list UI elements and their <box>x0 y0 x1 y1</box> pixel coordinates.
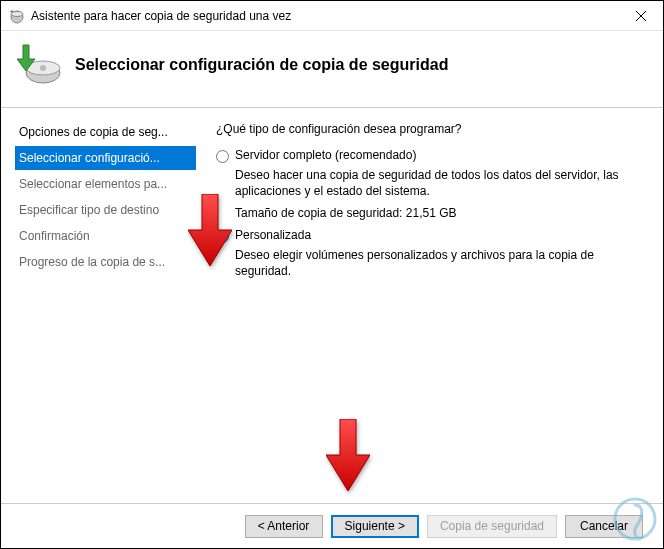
option-full-server[interactable]: Servidor completo (recomendado) <box>216 148 633 163</box>
main-panel: ¿Qué tipo de configuración desea program… <box>196 108 663 493</box>
next-button[interactable]: Siguiente > <box>331 515 419 538</box>
wizard-header: Seleccionar configuración de copia de se… <box>1 31 663 108</box>
step-progress: Progreso de la copia de s... <box>15 250 196 274</box>
option-full-label: Servidor completo (recomendado) <box>235 148 416 162</box>
step-options[interactable]: Opciones de copia de seg... <box>15 120 196 144</box>
step-select-items: Seleccionar elementos pa... <box>15 172 196 196</box>
radio-custom[interactable] <box>216 230 229 243</box>
back-button[interactable]: < Anterior <box>245 515 323 538</box>
steps-sidebar: Opciones de copia de seg... Seleccionar … <box>1 108 196 493</box>
step-confirmation: Confirmación <box>15 224 196 248</box>
app-icon <box>9 8 25 24</box>
close-button[interactable] <box>618 1 663 31</box>
backup-button: Copia de seguridad <box>427 515 557 538</box>
option-full-size: Tamaño de copia de seguridad: 21,51 GB <box>235 205 633 221</box>
config-question: ¿Qué tipo de configuración desea program… <box>216 122 633 136</box>
backup-wizard-icon <box>15 41 63 89</box>
content-area: Opciones de copia de seg... Seleccionar … <box>1 108 663 493</box>
option-custom[interactable]: Personalizada <box>216 228 633 243</box>
svg-point-6 <box>40 65 46 71</box>
titlebar: Asistente para hacer copia de seguridad … <box>1 1 663 31</box>
option-custom-desc: Deseo elegir volúmenes personalizados y … <box>235 247 633 279</box>
page-title: Seleccionar configuración de copia de se… <box>75 56 448 74</box>
window-title: Asistente para hacer copia de seguridad … <box>31 9 618 23</box>
close-icon <box>636 11 646 21</box>
wizard-buttons: < Anterior Siguiente > Copia de segurida… <box>1 503 663 548</box>
step-select-config[interactable]: Seleccionar configuració... <box>15 146 196 170</box>
step-destination: Especificar tipo de destino <box>15 198 196 222</box>
watermark-icon <box>611 495 659 546</box>
radio-full-server[interactable] <box>216 150 229 163</box>
option-full-desc: Deseo hacer una copia de seguridad de to… <box>235 167 633 199</box>
option-custom-label: Personalizada <box>235 228 311 242</box>
